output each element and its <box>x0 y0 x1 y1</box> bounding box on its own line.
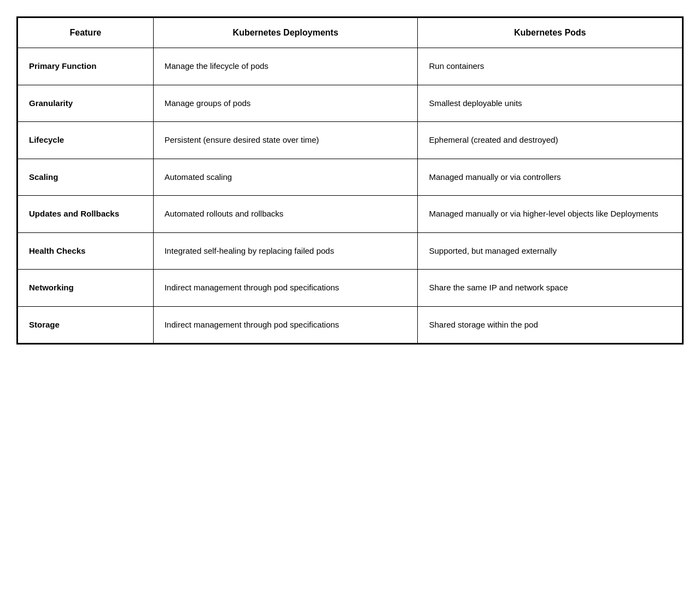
cell-deployments: Manage groups of pods <box>153 85 418 122</box>
cell-feature: Scaling <box>18 159 154 196</box>
cell-deployments: Automated scaling <box>153 159 418 196</box>
cell-pods: Share the same IP and network space <box>418 270 682 307</box>
table-row: NetworkingIndirect management through po… <box>18 270 682 307</box>
header-feature: Feature <box>18 18 154 48</box>
header-deployments: Kubernetes Deployments <box>153 18 418 48</box>
comparison-table: Feature Kubernetes Deployments Kubernete… <box>16 16 684 345</box>
cell-pods: Managed manually or via controllers <box>418 159 682 196</box>
table-row: StorageIndirect management through pod s… <box>18 306 682 343</box>
cell-feature: Storage <box>18 306 154 343</box>
cell-pods: Shared storage within the pod <box>418 306 682 343</box>
cell-feature: Lifecycle <box>18 122 154 159</box>
cell-pods: Smallest deployable units <box>418 85 682 122</box>
cell-pods: Ephemeral (created and destroyed) <box>418 122 682 159</box>
cell-feature: Networking <box>18 270 154 307</box>
cell-deployments: Indirect management through pod specific… <box>153 306 418 343</box>
cell-deployments: Indirect management through pod specific… <box>153 270 418 307</box>
header-pods: Kubernetes Pods <box>418 18 682 48</box>
cell-deployments: Automated rollouts and rollbacks <box>153 196 418 233</box>
cell-deployments: Persistent (ensure desired state over ti… <box>153 122 418 159</box>
cell-pods: Supported, but managed externally <box>418 232 682 270</box>
cell-feature: Health Checks <box>18 232 154 270</box>
cell-pods: Run containers <box>418 48 682 85</box>
table-row: LifecyclePersistent (ensure desired stat… <box>18 122 682 159</box>
table-row: GranularityManage groups of podsSmallest… <box>18 85 682 122</box>
table-row: Primary FunctionManage the lifecycle of … <box>18 48 682 85</box>
table-row: ScalingAutomated scalingManaged manually… <box>18 159 682 196</box>
cell-feature: Granularity <box>18 85 154 122</box>
cell-deployments: Manage the lifecycle of pods <box>153 48 418 85</box>
table-row: Health ChecksIntegrated self-healing by … <box>18 232 682 270</box>
cell-feature: Updates and Rollbacks <box>18 196 154 233</box>
table-row: Updates and RollbacksAutomated rollouts … <box>18 196 682 233</box>
cell-pods: Managed manually or via higher-level obj… <box>418 196 682 233</box>
cell-feature: Primary Function <box>18 48 154 85</box>
cell-deployments: Integrated self-healing by replacing fai… <box>153 232 418 270</box>
table-header-row: Feature Kubernetes Deployments Kubernete… <box>18 18 682 48</box>
